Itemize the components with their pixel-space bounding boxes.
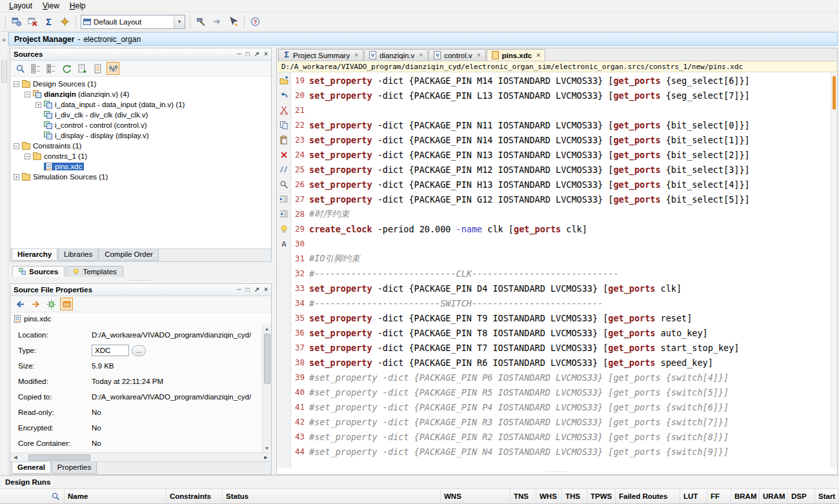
scrollbar-thumb[interactable] <box>264 334 270 384</box>
column-header-bram[interactable]: BRAM <box>731 489 760 503</box>
minimize-icon[interactable]: ─ <box>237 51 241 57</box>
close-tab-icon[interactable]: × <box>536 52 540 59</box>
annotation-ruler[interactable] <box>831 72 837 468</box>
scroll-up-icon[interactable]: ▲ <box>265 325 269 333</box>
code-line[interactable]: 35set_property -dict {PACKAGE_PIN T9 IOS… <box>291 310 831 325</box>
tree-item[interactable]: +Simulation Sources (1) <box>10 172 271 182</box>
code-line[interactable]: 22set_property -dict {PACKAGE_PIN N11 IO… <box>291 117 831 132</box>
column-header-wns[interactable]: WNS <box>441 489 510 503</box>
code-line[interactable]: 33set_property -dict {PACKAGE_PIN D4 IOS… <box>291 281 831 296</box>
edit-properties-icon[interactable] <box>45 297 57 310</box>
close-tab-icon[interactable]: × <box>354 52 358 59</box>
sigma-icon[interactable]: Σ <box>41 14 56 29</box>
code-line[interactable]: 44#set_property -dict {PACKAGE_PIN N4 IO… <box>291 444 831 459</box>
code-line[interactable]: 20set_property -dict {PACKAGE_PIN L13 IO… <box>291 88 831 103</box>
tree-item[interactable]: i_display - display (display.v) <box>10 130 271 141</box>
scrollbar-thumb[interactable] <box>28 454 90 461</box>
column-header-status[interactable]: Status <box>223 489 441 503</box>
report-icon[interactable] <box>91 62 104 75</box>
code-line[interactable]: 21 <box>291 103 831 117</box>
maximize-icon[interactable]: □ <box>246 51 250 57</box>
tree-item[interactable]: i_div_clk - div_clk (div_clk.v) <box>10 110 271 120</box>
tree-item[interactable]: −Constraints (1) <box>10 141 271 151</box>
collapse-icon[interactable]: − <box>14 81 19 87</box>
add-sources-icon[interactable] <box>76 62 88 75</box>
undo-icon[interactable] <box>279 90 288 100</box>
tree-item[interactable]: −dianziqin (dianziqin.v) (4) <box>10 89 271 99</box>
layout-select[interactable]: Default Layout ▼ <box>81 15 185 29</box>
tree-item[interactable]: +i_data_input - data_input (data_in.v) (… <box>10 99 271 110</box>
column-header-tpws[interactable]: TPWS <box>587 489 616 503</box>
code-line[interactable]: 43#set_property -dict {PACKAGE_PIN R2 IO… <box>291 429 831 444</box>
column-header-constraints[interactable]: Constraints <box>167 489 223 503</box>
code-line[interactable]: 34#------------------------SWITCH-------… <box>291 296 831 310</box>
code-line[interactable]: 26set_property -dict {PACKAGE_PIN H13 IO… <box>291 177 831 192</box>
selected-tree-item[interactable]: pins.xdc <box>44 163 84 170</box>
cut-icon[interactable] <box>279 105 288 115</box>
column-header-start[interactable]: Start <box>815 489 839 503</box>
editor-tab-pins-xdc[interactable]: pins.xdc× <box>487 49 546 61</box>
code-line[interactable]: 42#set_property -dict {PACKAGE_PIN R3 IO… <box>291 414 831 429</box>
hammer-icon[interactable] <box>194 14 208 29</box>
open-file-icon[interactable] <box>279 76 288 85</box>
menu-help[interactable]: Help <box>65 1 91 11</box>
editor-tab-control-v[interactable]: Vcontrol.v× <box>429 49 485 61</box>
maximize-icon[interactable]: □ <box>246 287 250 293</box>
column-header-ths[interactable]: THS <box>562 489 587 503</box>
close-icon[interactable]: × <box>264 287 268 293</box>
close-tab-icon[interactable]: × <box>419 52 423 59</box>
find-icon[interactable] <box>279 179 288 189</box>
code-line[interactable]: 31#IO引脚约束 <box>291 251 831 266</box>
menu-view[interactable]: View <box>37 1 65 11</box>
refresh-icon[interactable] <box>60 62 73 75</box>
collapse-all-icon[interactable] <box>29 62 42 75</box>
code-line[interactable]: 36set_property -dict {PACKAGE_PIN T8 IOS… <box>291 325 831 340</box>
tree-item[interactable]: pins.xdc <box>10 161 271 172</box>
menu-layout[interactable]: Layout <box>4 1 37 11</box>
tree-item[interactable]: −constrs_1 (1) <box>10 151 271 161</box>
tab-properties[interactable]: Properties <box>52 462 97 474</box>
help-icon[interactable]: ? <box>248 14 263 29</box>
scroll-right-icon[interactable]: ▶ <box>262 455 270 460</box>
view-properties-icon[interactable] <box>60 297 73 310</box>
tab-compile-order[interactable]: Compile Order <box>99 249 159 261</box>
expand-icon[interactable]: + <box>14 174 19 180</box>
font-icon[interactable]: A <box>279 239 288 248</box>
code-line[interactable]: 32#---------------------------CLK-------… <box>291 266 831 281</box>
close-window-icon[interactable] <box>25 14 40 29</box>
code-line[interactable]: 24set_property -dict {PACKAGE_PIN N13 IO… <box>291 147 831 162</box>
editor-tab-project-summary[interactable]: ΣProject Summary× <box>278 49 363 61</box>
window-settings-icon[interactable] <box>9 14 24 29</box>
project-settings-icon[interactable] <box>57 14 72 29</box>
code-line[interactable]: 28#时序约束 <box>291 207 831 221</box>
column-header-whs[interactable]: WHS <box>536 489 562 503</box>
dock-tab-sources[interactable]: Sources <box>12 266 65 277</box>
code-line[interactable]: 19set_property -dict {PACKAGE_PIN M14 IO… <box>291 73 831 88</box>
float-icon[interactable]: ↗ <box>254 287 259 293</box>
tab-hierarchy[interactable]: Hierarchy <box>12 249 57 261</box>
code-line[interactable]: 29create_clock -period 20.000 -name clk … <box>291 221 831 236</box>
dock-tab-templates[interactable]: Templates <box>66 266 123 277</box>
expand-all-icon[interactable] <box>45 62 57 75</box>
debug-select-icon[interactable] <box>226 14 241 29</box>
chevron-down-icon[interactable]: ▼ <box>174 15 185 28</box>
code-line[interactable]: 25set_property -dict {PACKAGE_PIN M12 IO… <box>291 162 831 177</box>
type-field[interactable]: XDC <box>92 345 129 356</box>
indent-icon[interactable] <box>279 194 288 204</box>
back-arrow-icon[interactable] <box>14 297 26 310</box>
scroll-down-icon[interactable]: ▼ <box>265 444 269 452</box>
collapse-left-button[interactable]: « <box>0 32 8 46</box>
delete-icon[interactable] <box>279 150 288 159</box>
column-header-lut[interactable]: LUT <box>680 489 707 503</box>
settings-icon[interactable] <box>106 62 119 75</box>
column-header-tns[interactable]: TNS <box>510 489 536 503</box>
browse-button[interactable]: ... <box>132 345 146 356</box>
code-line[interactable]: 38set_property -dict {PACKAGE_PIN R6 IOS… <box>291 355 831 370</box>
code-line[interactable]: 37set_property -dict {PACKAGE_PIN T7 IOS… <box>291 340 831 355</box>
minimize-icon[interactable]: ─ <box>237 287 241 293</box>
vertical-scrollbar[interactable]: ▲ ▼ <box>262 325 271 452</box>
horizontal-scrollbar[interactable]: ◀ ▶ <box>10 452 271 461</box>
column-header-failed-routes[interactable]: Failed Routes <box>616 489 680 503</box>
tree-item[interactable]: i_control - control (control.v) <box>10 120 271 130</box>
column-header-dsp[interactable]: DSP <box>788 489 815 503</box>
